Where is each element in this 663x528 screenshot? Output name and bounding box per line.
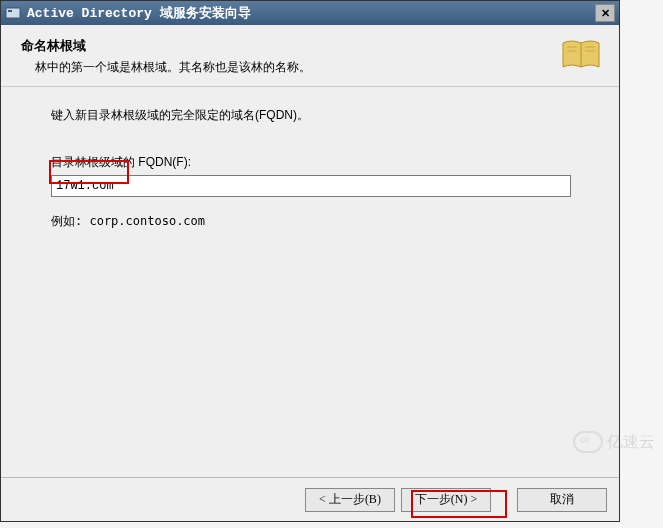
fqdn-label: 目录林根级域的 FQDN(F): bbox=[51, 154, 579, 171]
app-icon bbox=[5, 5, 21, 21]
title-cn: 域服务安装向导 bbox=[160, 5, 251, 20]
button-bar: < 上一步(B) 下一步(N) > 取消 bbox=[1, 477, 619, 521]
cancel-button[interactable]: 取消 bbox=[517, 488, 607, 512]
fqdn-input[interactable] bbox=[51, 175, 571, 197]
window-title: Active Directory 域服务安装向导 bbox=[27, 4, 595, 22]
wizard-header: 命名林根域 林中的第一个域是林根域。其名称也是该林的名称。 bbox=[1, 25, 619, 87]
book-icon bbox=[559, 37, 603, 73]
page-title: 命名林根域 bbox=[21, 37, 311, 55]
example-text: 例如: corp.contoso.com bbox=[51, 213, 579, 230]
wizard-window: Active Directory 域服务安装向导 ✕ 命名林根域 林中的第一个域… bbox=[0, 0, 620, 522]
title-en: Active Directory bbox=[27, 6, 160, 21]
close-icon: ✕ bbox=[601, 7, 610, 20]
wizard-content: 键入新目录林根级域的完全限定的域名(FQDN)。 目录林根级域的 FQDN(F)… bbox=[1, 87, 619, 250]
next-button[interactable]: 下一步(N) > bbox=[401, 488, 491, 512]
svg-rect-0 bbox=[6, 8, 20, 18]
back-button[interactable]: < 上一步(B) bbox=[305, 488, 395, 512]
titlebar: Active Directory 域服务安装向导 ✕ bbox=[1, 1, 619, 25]
close-button[interactable]: ✕ bbox=[595, 4, 615, 22]
page-subtitle: 林中的第一个域是林根域。其名称也是该林的名称。 bbox=[35, 59, 311, 76]
svg-rect-1 bbox=[8, 10, 12, 12]
instruction-text: 键入新目录林根级域的完全限定的域名(FQDN)。 bbox=[51, 107, 579, 124]
